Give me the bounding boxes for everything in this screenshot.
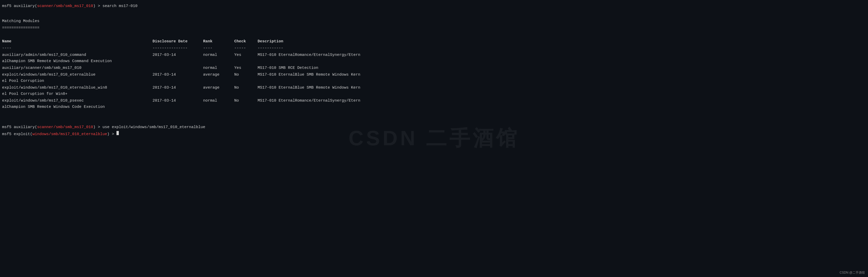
blank-line-4: [2, 117, 866, 124]
row5-continuation: alChampion SMB Remote Windows Code Execu…: [2, 104, 866, 110]
row3-continuation: el Pool Corruption: [2, 78, 866, 84]
row2-rank: normal: [203, 65, 234, 71]
row5-rank: normal: [203, 98, 234, 104]
row2-disclosure: [153, 65, 203, 71]
row3-name: exploit/windows/smb/ms17_010_eternalblue: [2, 72, 153, 78]
col-check-div: -----: [234, 45, 257, 51]
table-row-2: auxiliary/scanner/smb/smb_ms17_010 norma…: [2, 65, 866, 71]
section-divider: ================: [2, 25, 866, 31]
col-check-header: Check: [234, 38, 257, 45]
blank-line-3: [2, 111, 866, 117]
row4-name: exploit/windows/smb/ms17_010_eternalblue…: [2, 85, 153, 91]
prompt-module-3: windows/smb/ms17_010_eternalblue: [32, 131, 107, 137]
row1-rank: normal: [203, 52, 234, 58]
row3-desc: MS17-010 EternalBlue SMB Remote Windows …: [257, 72, 360, 78]
row2-desc: MS17-010 SMB RCE Detection: [257, 65, 318, 71]
command-line-1: msf5 auxiliary(scanner/smb/smb_ms17_010)…: [2, 3, 866, 9]
row4-desc: MS17-010 EternalBlue SMB Remote Windows …: [257, 85, 360, 91]
row3-rank: average: [203, 72, 234, 78]
row5-desc: MS17-010 EternalRomance/EternalSynergy/E…: [257, 98, 360, 104]
row4-rank: average: [203, 85, 234, 91]
blank-line-2: [2, 32, 866, 38]
row5-disclosure: 2017-03-14: [153, 98, 203, 104]
terminal-cursor: [117, 131, 119, 135]
row1-check: Yes: [234, 52, 257, 58]
col-rank-div: ----: [203, 45, 234, 51]
prompt-prefix-3: msf5 exploit(: [2, 131, 32, 137]
row1-name: auxiliary/admin/smb/ms17_010_command: [2, 52, 153, 58]
row3-disclosure: 2017-03-14: [153, 72, 203, 78]
row5-check: No: [234, 98, 257, 104]
row3-check: No: [234, 72, 257, 78]
row2-name: auxiliary/scanner/smb/smb_ms17_010: [2, 65, 153, 71]
col-name-div: ----: [2, 45, 153, 51]
prompt-module-2: scanner/smb/smb_ms17_010: [37, 124, 93, 131]
table-row-1: auxiliary/admin/smb/ms17_010_command 201…: [2, 52, 866, 64]
row4-check: No: [234, 85, 257, 91]
row5-name: exploit/windows/smb/ms17_010_psexec: [2, 98, 153, 104]
prompt-prefix-2: msf5 auxiliary(: [2, 124, 37, 131]
command-line-3[interactable]: msf5 exploit(windows/smb/ms17_010_eterna…: [2, 131, 866, 137]
table-row-5: exploit/windows/smb/ms17_010_psexec 2017…: [2, 98, 866, 110]
col-desc-header: Description: [257, 38, 283, 45]
row4-disclosure: 2017-03-14: [153, 85, 203, 91]
table-header-row: Name Disclosure Date Rank Check Descript…: [2, 38, 866, 45]
terminal-window: msf5 auxiliary(scanner/smb/smb_ms17_010)…: [0, 0, 868, 277]
command-line-2: msf5 auxiliary(scanner/smb/smb_ms17_010)…: [2, 124, 866, 131]
col-disclosure-header: Disclosure Date: [153, 38, 203, 45]
blank-line-1: [2, 10, 866, 16]
row1-desc: MS17-010 EternalRomance/EternalSynergy/E…: [257, 52, 360, 58]
col-rank-header: Rank: [203, 38, 234, 45]
csdn-badge: CSDN @二手酒馆: [839, 271, 865, 275]
col-desc-div: -----------: [257, 45, 283, 51]
row4-continuation: el Pool Corruption for Win8+: [2, 91, 866, 97]
row2-check: Yes: [234, 65, 257, 71]
prompt-suffix-3: ) >: [107, 131, 117, 137]
prompt-prefix-1: msf5 auxiliary(: [2, 3, 37, 9]
table-row-3: exploit/windows/smb/ms17_010_eternalblue…: [2, 72, 866, 84]
table-row-4: exploit/windows/smb/ms17_010_eternalblue…: [2, 85, 866, 97]
prompt-suffix-1: ) > search ms17-010: [93, 3, 137, 9]
prompt-module-1: scanner/smb/smb_ms17_010: [37, 3, 93, 9]
row1-disclosure: 2017-03-14: [153, 52, 203, 58]
prompt-suffix-2: ) > use exploit/windows/smb/ms17_010_ete…: [93, 124, 205, 131]
section-title: Matching Modules: [2, 18, 866, 24]
table-divider-row: ---- --------------- ---- ----- --------…: [2, 45, 866, 51]
col-name-header: Name: [2, 38, 153, 45]
col-disclosure-div: ---------------: [153, 45, 203, 51]
row1-continuation: alChampion SMB Remote Windows Command Ex…: [2, 58, 866, 64]
